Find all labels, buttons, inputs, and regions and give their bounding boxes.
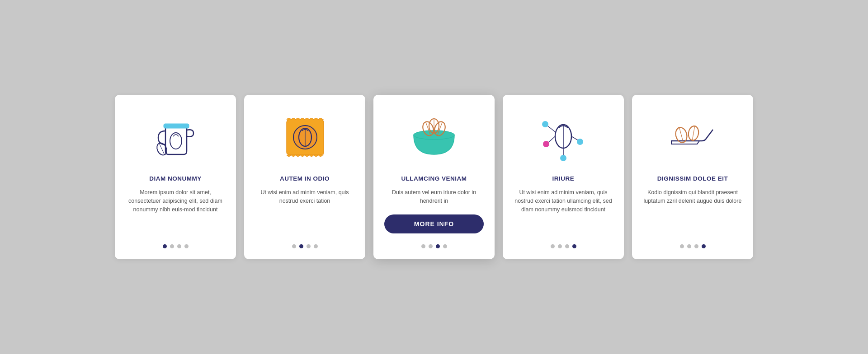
card-iriure: IRIURE Ut wisi enim ad minim veniam, qui… [503, 95, 624, 260]
dot [702, 244, 706, 248]
dot [163, 244, 167, 248]
card-2-title: AUTEM IN ODIO [280, 175, 330, 182]
card-4-dots [551, 240, 576, 248]
cards-container: DIAM NONUMMY Morem ipsum dolor sit amet,… [88, 77, 780, 278]
svg-point-1 [170, 133, 182, 149]
more-info-button[interactable]: MORE INFO [384, 214, 484, 233]
card-1-title: DIAM NONUMMY [149, 175, 202, 182]
svg-point-24 [560, 155, 566, 161]
svg-line-3 [159, 143, 165, 154]
card-5-icon [663, 108, 722, 167]
card-diam-nonummy: DIAM NONUMMY Morem ipsum dolor sit amet,… [115, 95, 236, 260]
dot [299, 244, 303, 248]
card-5-dots [680, 240, 706, 248]
card-1-dots [163, 240, 189, 248]
svg-point-22 [542, 121, 548, 127]
card-ullamcing-veniam: ULLAMCING VENIAM Duis autem vel eum iriu… [373, 95, 495, 260]
card-2-text: Ut wisi enim ad minim veniam, quis nostr… [255, 188, 354, 231]
svg-point-23 [577, 139, 583, 145]
dot [558, 244, 562, 248]
dot [184, 244, 189, 248]
dot [436, 244, 440, 248]
card-autem-in-odio: AUTEM IN ODIO Ut wisi enim ad minim veni… [244, 95, 365, 260]
dot [170, 244, 174, 248]
card-2-dots [292, 240, 318, 248]
card-1-icon [148, 108, 203, 167]
dot [551, 244, 555, 248]
card-4-icon [534, 108, 593, 167]
card-3-dots [421, 240, 447, 248]
dot [443, 244, 447, 248]
card-4-title: IRIURE [552, 175, 575, 182]
dot [292, 244, 296, 248]
svg-line-26 [679, 128, 684, 143]
dot [421, 244, 425, 248]
card-2-icon [278, 108, 332, 167]
dot [680, 244, 684, 248]
dot [687, 244, 691, 248]
card-5-text: Kodio dignissim qui blandit praesent lup… [643, 188, 742, 231]
card-3-title: ULLAMCING VENIAM [401, 175, 467, 182]
svg-point-21 [543, 141, 549, 147]
svg-line-28 [692, 126, 695, 140]
dot [429, 244, 433, 248]
dot [565, 244, 569, 248]
card-5-title: DIGNISSIM DOLOE EIT [657, 175, 728, 182]
card-4-text: Ut wisi enim ad minim veniam, quis nostr… [514, 188, 613, 231]
dot [694, 244, 698, 248]
card-1-text: Morem ipsum dolor sit amet, consectetuer… [126, 188, 225, 231]
dot [572, 244, 576, 248]
card-dignissim-doloe-eit: DIGNISSIM DOLOE EIT Kodio dignissim qui … [632, 95, 753, 260]
svg-line-18 [547, 125, 555, 132]
svg-rect-0 [164, 124, 189, 128]
card-3-text: Duis autem vel eum iriure dolor in hendr… [384, 188, 484, 206]
dot [177, 244, 181, 248]
dot [307, 244, 311, 248]
dot [314, 244, 318, 248]
card-3-icon [405, 108, 463, 167]
